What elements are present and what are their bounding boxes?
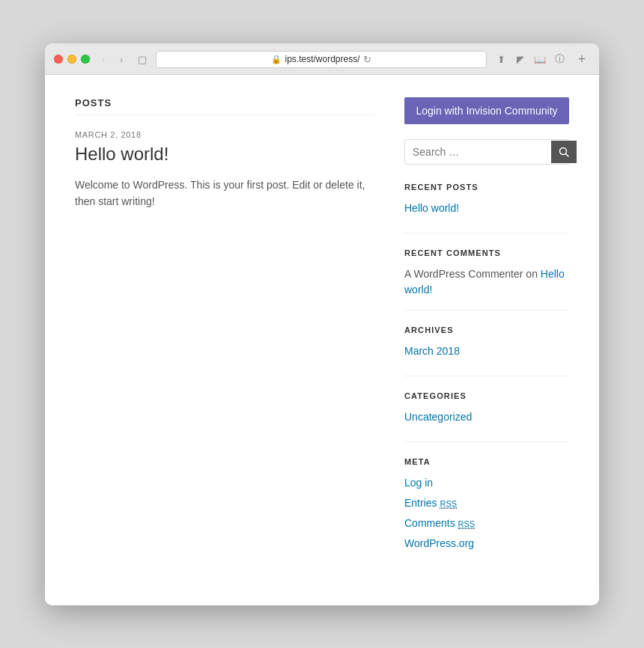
recent-posts-section: RECENT POSTS Hello world! xyxy=(404,183,569,233)
traffic-lights xyxy=(54,55,90,64)
search-box xyxy=(404,139,569,165)
search-button[interactable] xyxy=(551,141,577,163)
post-date: MARCH 2, 2018 xyxy=(75,130,374,139)
comments-rss-text: Comments RSS xyxy=(404,517,475,529)
categories-section: CATEGORIES Uncategorized xyxy=(404,391,569,442)
bookmark-button[interactable]: 📖 xyxy=(532,51,548,67)
add-tab-button[interactable]: + xyxy=(574,51,590,67)
post-excerpt: Welcome to WordPress. This is your first… xyxy=(75,177,374,210)
recent-comments-title: RECENT COMMENTS xyxy=(404,248,569,257)
forward-button[interactable]: › xyxy=(114,52,129,67)
archives-section: ARCHIVES March 2018 xyxy=(404,325,569,376)
post-title: Hello world! xyxy=(75,144,374,165)
tab-button[interactable]: ◤ xyxy=(512,51,529,67)
close-button[interactable] xyxy=(54,55,63,64)
entries-rss-link[interactable]: Entries RSS xyxy=(404,495,569,511)
meta-login-link[interactable]: Log in xyxy=(404,475,569,491)
categories-title: CATEGORIES xyxy=(404,391,569,400)
post: MARCH 2, 2018 Hello world! Welcome to Wo… xyxy=(75,130,374,210)
rss-label-comments: RSS xyxy=(458,519,476,529)
share-button[interactable]: ⬆ xyxy=(493,51,509,67)
comments-rss-link[interactable]: Comments RSS xyxy=(404,516,569,531)
meta-section: META Log in Entries RSS Comments RSS Wor… xyxy=(404,457,569,568)
wordpress-org-link[interactable]: WordPress.org xyxy=(404,536,569,551)
refresh-icon: ↻ xyxy=(363,54,371,65)
entries-rss-text: Entries RSS xyxy=(404,497,457,509)
recent-post-link[interactable]: Hello world! xyxy=(404,201,569,216)
fullscreen-button[interactable] xyxy=(81,55,90,64)
archives-title: ARCHIVES xyxy=(404,325,569,334)
category-link[interactable]: Uncategorized xyxy=(404,409,569,425)
recent-comments-section: RECENT COMMENTS A WordPress Commenter on… xyxy=(404,248,569,311)
nav-buttons: ‹ › xyxy=(96,52,129,67)
main-content: POSTS MARCH 2, 2018 Hello world! Welcome… xyxy=(75,97,374,583)
archive-link[interactable]: March 2018 xyxy=(404,343,569,359)
url-text: ips.test/wordpress/ xyxy=(285,54,359,64)
svg-line-1 xyxy=(566,153,569,156)
search-input[interactable] xyxy=(405,140,551,164)
browser-actions: ⬆ ◤ 📖 ⓘ xyxy=(493,51,568,67)
lock-icon: 🔒 xyxy=(271,55,282,64)
minimize-button[interactable] xyxy=(67,55,76,64)
browser-chrome: ‹ › ▢ 🔒 ips.test/wordpress/ ↻ ⬆ ◤ 📖 ⓘ + xyxy=(45,43,599,75)
page-content: POSTS MARCH 2, 2018 Hello world! Welcome… xyxy=(45,75,599,605)
comment-text: A WordPress Commenter on Hello world! xyxy=(404,266,569,298)
browser-window: ‹ › ▢ 🔒 ips.test/wordpress/ ↻ ⬆ ◤ 📖 ⓘ + … xyxy=(45,43,599,605)
search-icon xyxy=(559,147,569,157)
comment-on: on xyxy=(526,268,540,280)
address-bar[interactable]: 🔒 ips.test/wordpress/ ↻ xyxy=(156,51,487,68)
meta-title: META xyxy=(404,457,569,466)
back-button[interactable]: ‹ xyxy=(96,52,111,67)
comment-author: A WordPress Commenter xyxy=(404,268,523,280)
posts-layout: POSTS MARCH 2, 2018 Hello world! Welcome… xyxy=(75,97,569,583)
page-title: POSTS xyxy=(75,97,374,115)
sidebar-toggle-button[interactable]: ▢ xyxy=(135,52,150,67)
sidebar: Login with Invision Community RECENT POS… xyxy=(404,97,569,583)
recent-posts-title: RECENT POSTS xyxy=(404,183,569,192)
rss-label-entries: RSS xyxy=(440,499,457,509)
login-button[interactable]: Login with Invision Community xyxy=(404,97,569,124)
info-button[interactable]: ⓘ xyxy=(551,51,568,67)
